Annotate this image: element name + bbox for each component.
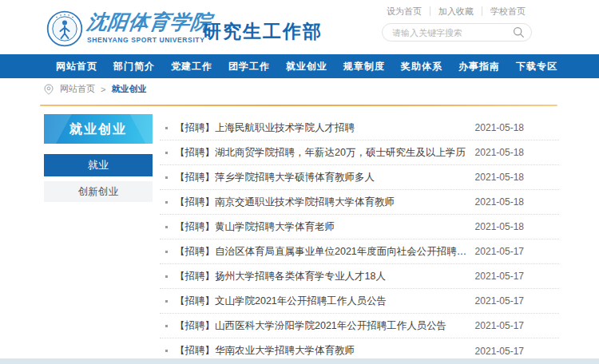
- list-item: 【招聘】萍乡学院招聘大学硕博体育教师多人 2021-05-18: [160, 165, 559, 190]
- list-item: 【招聘】自治区体育局直属事业单位2021年度面向社会公开招聘工作人员公告 202…: [160, 239, 559, 264]
- nav-item-regulations[interactable]: 规章制度: [343, 60, 385, 73]
- news-title-link[interactable]: 【招聘】文山学院2021年公开招聘工作人员公告: [175, 295, 475, 308]
- quick-links: 设为首页加入收藏学校首页: [387, 6, 526, 18]
- news-date: 2021-05-18: [475, 172, 559, 183]
- news-title-link[interactable]: 【招聘】湖北商贸学院招聘，年薪达20万，硕士研究生及以上学历: [175, 146, 475, 160]
- news-list: 【招聘】上海民航职业技术学院人才招聘 2021-05-18 【招聘】湖北商贸学院…: [160, 116, 559, 363]
- bullet-icon: [165, 127, 168, 129]
- page-title: 研究生工作部: [203, 19, 323, 44]
- news-title-link[interactable]: 【招聘】山西医科大学汾阳学院2021年公开招聘工作人员公告: [175, 319, 475, 333]
- university-seal-icon: [46, 10, 83, 47]
- breadcrumb-home-link[interactable]: 网站首页: [60, 83, 95, 95]
- news-date: 2021-05-18: [475, 147, 559, 158]
- accent-divider: [40, 105, 557, 106]
- news-title-link[interactable]: 【招聘】上海民航职业技术学院人才招聘: [175, 121, 475, 135]
- university-name-en: SHENYANG SPORT UNIVERSITY: [87, 36, 212, 44]
- breadcrumb-current[interactable]: 就业创业: [111, 83, 146, 95]
- site-header: 沈阳体育学院 SHENYANG SPORT UNIVERSITY 研究生工作部 …: [0, 0, 599, 54]
- news-date: 2021-05-17: [475, 320, 559, 331]
- breadcrumb-separator: >: [101, 85, 105, 94]
- main-nav: 网站首页 部门简介 党建工作 团学工作 就业创业 规章制度 奖助体系 办事指南 …: [0, 54, 599, 78]
- bullet-icon: [165, 300, 168, 303]
- nav-item-party-building[interactable]: 党建工作: [171, 60, 212, 73]
- nav-item-employment[interactable]: 就业创业: [286, 60, 327, 73]
- list-item: 【招聘】南京交通职业技术学院招聘大学体育教师 2021-05-18: [160, 190, 559, 215]
- news-title-link[interactable]: 【招聘】黄山学院招聘大学体育老师: [175, 220, 475, 234]
- news-title-link[interactable]: 【招聘】扬州大学招聘各类体育学专业人才18人: [175, 270, 475, 283]
- nav-item-youth-league[interactable]: 团学工作: [228, 60, 270, 73]
- list-item: 【招聘】黄山学院招聘大学体育老师 2021-05-18: [160, 215, 559, 239]
- bullet-icon: [165, 152, 168, 154]
- news-date: 2021-05-17: [475, 246, 559, 257]
- news-date: 2021-05-18: [475, 221, 559, 232]
- nav-item-home[interactable]: 网站首页: [56, 60, 97, 73]
- news-date: 2021-05-17: [475, 346, 559, 357]
- bullet-icon: [165, 226, 168, 228]
- logo-text: 沈阳体育学院 SHENYANG SPORT UNIVERSITY: [87, 10, 212, 44]
- news-date: 2021-05-18: [475, 122, 559, 133]
- sidebar-item-innovation[interactable]: 创新创业: [44, 181, 153, 202]
- nav-item-service-guide[interactable]: 办事指南: [458, 60, 500, 73]
- news-title-link[interactable]: 【招聘】自治区体育局直属事业单位2021年度面向社会公开招聘工作人员公告: [175, 245, 475, 259]
- list-item: 【招聘】文山学院2021年公开招聘工作人员公告 2021-05-17: [160, 289, 559, 314]
- nav-item-about[interactable]: 部门简介: [113, 60, 155, 73]
- logo-link[interactable]: 沈阳体育学院 SHENYANG SPORT UNIVERSITY: [46, 10, 212, 47]
- university-name-cn: 沈阳体育学院: [85, 10, 213, 34]
- news-date: 2021-05-18: [475, 196, 559, 208]
- news-title-link[interactable]: 【招聘】萍乡学院招聘大学硕博体育教师多人: [175, 171, 475, 184]
- news-title-link[interactable]: 【招聘】南京交通职业技术学院招聘大学体育教师: [175, 196, 475, 209]
- add-favorite-link[interactable]: 加入收藏: [430, 6, 474, 16]
- location-pin-icon: [44, 84, 54, 95]
- news-title-link[interactable]: 【招聘】华南农业大学招聘大学体育教师: [175, 344, 475, 358]
- school-homepage-link[interactable]: 学校首页: [482, 6, 526, 16]
- set-homepage-link[interactable]: 设为首页: [387, 6, 422, 16]
- sidebar-item-employment[interactable]: 就业: [44, 154, 153, 176]
- list-item: 【招聘】湖北商贸学院招聘，年薪达20万，硕士研究生及以上学历 2021-05-1…: [160, 140, 559, 165]
- footer-strip: [0, 358, 599, 364]
- search-icon[interactable]: [513, 26, 525, 38]
- list-item: 【招聘】扬州大学招聘各类体育学专业人才18人 2021-05-17: [160, 264, 559, 289]
- sidebar-title: 就业创业: [44, 114, 153, 144]
- bullet-icon: [165, 325, 168, 327]
- list-item: 【招聘】山西医科大学汾阳学院2021年公开招聘工作人员公告 2021-05-17: [160, 314, 559, 338]
- search-box: [382, 23, 532, 42]
- bullet-icon: [165, 201, 168, 204]
- bullet-icon: [165, 176, 168, 179]
- bullet-icon: [165, 350, 168, 352]
- nav-item-awards[interactable]: 奖助体系: [401, 60, 442, 73]
- news-date: 2021-05-17: [475, 271, 559, 282]
- search-input[interactable]: [392, 28, 513, 38]
- breadcrumb: 网站首页 > 就业创业: [44, 83, 146, 95]
- page: 沈阳体育学院 SHENYANG SPORT UNIVERSITY 研究生工作部 …: [0, 0, 599, 364]
- news-date: 2021-05-17: [475, 295, 559, 307]
- sidebar: 就业创业 就业 创新创业: [44, 114, 153, 202]
- bullet-icon: [165, 251, 168, 253]
- bullet-icon: [165, 275, 168, 278]
- list-item: 【招聘】上海民航职业技术学院人才招聘 2021-05-18: [160, 116, 559, 140]
- nav-item-downloads[interactable]: 下载专区: [516, 60, 557, 73]
